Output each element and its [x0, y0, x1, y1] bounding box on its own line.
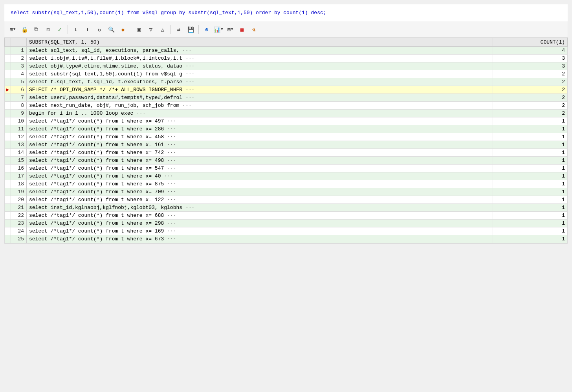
count-value: 1: [493, 188, 568, 196]
table-view-button[interactable]: ⊞▼: [225, 24, 235, 35]
sql-text-value: select /*tag1*/ count(*) from t where x=…: [29, 189, 167, 195]
sql-text-cell: select /*tag1*/ count(*) from t where x=…: [27, 180, 493, 188]
row-indicator: [5, 133, 11, 141]
table-row[interactable]: 22select /*tag1*/ count(*) from t where …: [5, 211, 568, 219]
table-row[interactable]: 15select /*tag1*/ count(*) from t where …: [5, 156, 568, 164]
copy-button[interactable]: ⧉: [31, 24, 41, 35]
row-indicator: [5, 172, 11, 180]
table-dropdown-arrow-icon: ▼: [231, 27, 233, 31]
table-row[interactable]: 7select user#,password,datats#,tempts#,t…: [5, 93, 568, 101]
separator-3: [170, 25, 171, 34]
table-row[interactable]: 3select obj#,type#,ctime,mtime,stime, st…: [5, 62, 568, 70]
table-row[interactable]: ▶6SELECT /* OPT_DYN_SAMP */ /*+ ALL_ROWS…: [5, 86, 568, 93]
ellipsis-indicator: ···: [182, 55, 194, 61]
filter2-button[interactable]: ⚗: [249, 24, 259, 35]
row-indicator: [5, 78, 11, 86]
lock-icon: 🔒: [21, 26, 28, 33]
row-number: 7: [11, 93, 27, 101]
sql-text-value: select /*tag1*/ count(*) from t where x=…: [29, 236, 167, 242]
ellipsis-indicator: ···: [167, 228, 176, 234]
db-add-button[interactable]: ⊕: [202, 24, 212, 35]
count-value: 1: [493, 133, 568, 141]
sql-text-value: select i.obj#,i.ts#,i.file#,i.block#,i.i…: [29, 55, 182, 61]
ellipsis-indicator: ···: [167, 118, 176, 124]
save-button[interactable]: 💾: [185, 24, 196, 35]
ellipsis-indicator: ···: [182, 87, 194, 93]
table-row[interactable]: 9begin for i in 1 .. 1000 loop exec ···2: [5, 109, 568, 117]
table-row[interactable]: 19select /*tag1*/ count(*) from t where …: [5, 188, 568, 196]
table-row[interactable]: 2select i.obj#,i.ts#,i.file#,i.block#,i.…: [5, 54, 568, 62]
copy-icon: ⧉: [34, 26, 38, 33]
chart-button[interactable]: 📊▼: [213, 24, 224, 35]
table-row[interactable]: 4select substr(sql_text,1,50),count(1) f…: [5, 70, 568, 78]
export-button[interactable]: ▣: [134, 24, 144, 35]
table-row[interactable]: 12select /*tag1*/ count(*) from t where …: [5, 133, 568, 141]
grid-icon: ⊞: [10, 26, 13, 33]
ellipsis-indicator: ···: [167, 165, 176, 171]
row-number: 4: [11, 70, 27, 78]
clear-button[interactable]: ◆: [118, 24, 128, 35]
row-indicator: [5, 117, 11, 125]
search-button[interactable]: 🔍: [106, 24, 116, 35]
sql-text-cell: select inst_id,kglnaobj,kglfnobj,kglobt0…: [27, 203, 493, 211]
row-number: 3: [11, 62, 27, 70]
check-button[interactable]: ✓: [55, 24, 65, 35]
table-row[interactable]: 14select /*tag1*/ count(*) from t where …: [5, 148, 568, 156]
ellipsis-indicator: ···: [167, 189, 176, 195]
table-row[interactable]: 8select next_run_date, obj#, run_job, sc…: [5, 101, 568, 109]
count-value: 1: [493, 235, 568, 243]
refresh-icon: ↻: [98, 26, 101, 33]
refresh-button[interactable]: ↻: [94, 24, 104, 35]
count-header[interactable]: COUNT(1): [493, 38, 568, 46]
row-number: 18: [11, 180, 27, 188]
clear-icon: ◆: [121, 26, 125, 33]
row-number: 11: [11, 125, 27, 133]
table-row[interactable]: 21select inst_id,kglnaobj,kglfnobj,kglob…: [5, 203, 568, 211]
table-row[interactable]: 1select sql_text, sql_id, executions, pa…: [5, 46, 568, 54]
table-row[interactable]: 16select /*tag1*/ count(*) from t where …: [5, 164, 568, 172]
table-row[interactable]: 25select /*tag1*/ count(*) from t where …: [5, 235, 568, 243]
row-indicator: [5, 188, 11, 196]
sql-text-value: select obj#,type#,ctime,mtime,stime, sta…: [29, 63, 182, 69]
grid-button[interactable]: ⊞▼: [7, 24, 18, 35]
ellipsis-indicator: ···: [182, 95, 194, 101]
toolbar: ⊞▼ 🔒 ⧉ ⧈ ✓ ⬇ ⬆ ↻ 🔍 ◆ ▣: [4, 22, 568, 38]
table-row[interactable]: 17select /*tag1*/ count(*) from t where …: [5, 172, 568, 180]
filter-button[interactable]: ▽: [146, 24, 156, 35]
sql-text-value: select /*tag1*/ count(*) from t where x=…: [29, 126, 167, 132]
table-row[interactable]: 23select /*tag1*/ count(*) from t where …: [5, 219, 568, 227]
table-view-icon: ⊞: [227, 26, 231, 33]
count-value: 3: [493, 54, 568, 62]
table-row[interactable]: 13select /*tag1*/ count(*) from t where …: [5, 141, 568, 148]
table-row[interactable]: 24select /*tag1*/ count(*) from t where …: [5, 227, 568, 235]
count-value: 3: [493, 62, 568, 70]
sql-text-cell: select next_run_date, obj#, run_job, sch…: [27, 101, 493, 109]
sql-text-cell: select /*tag1*/ count(*) from t where x=…: [27, 148, 493, 156]
row-number: 8: [11, 101, 27, 109]
filter-up-button[interactable]: ⬆: [82, 24, 93, 35]
lock-button[interactable]: 🔒: [19, 24, 29, 35]
sort-asc-button[interactable]: △: [158, 24, 168, 35]
sql-text-cell: select /*tag1*/ count(*) from t where x=…: [27, 227, 493, 235]
table-row[interactable]: 20select /*tag1*/ count(*) from t where …: [5, 196, 568, 203]
table-row[interactable]: 10select /*tag1*/ count(*) from t where …: [5, 117, 568, 125]
table-row[interactable]: 11select /*tag1*/ count(*) from t where …: [5, 125, 568, 133]
sql-text-header[interactable]: SUBSTR(SQL_TEXT, 1, 50): [27, 38, 493, 46]
filter-down-button[interactable]: ⬇: [71, 24, 81, 35]
table-row[interactable]: 18select /*tag1*/ count(*) from t where …: [5, 180, 568, 188]
sql-text-cell: select /*tag1*/ count(*) from t where x=…: [27, 141, 493, 148]
paste-icon: ⧈: [46, 26, 50, 33]
table-row[interactable]: 5select t.sql_text, t.sql_id, t.executio…: [5, 78, 568, 86]
count-value: 2: [493, 78, 568, 86]
row-indicator: [5, 93, 11, 101]
count-value: 2: [493, 109, 568, 117]
count-value: 1: [493, 196, 568, 203]
paste-button[interactable]: ⧈: [43, 24, 53, 35]
sql-text-value: select /*tag1*/ count(*) from t where x=…: [29, 220, 167, 226]
ellipsis-indicator: ···: [182, 71, 194, 77]
dropdown-arrow-icon: ▼: [13, 27, 15, 31]
connection-button[interactable]: ⇄: [174, 24, 184, 35]
sql-text-cell: select sql_text, sql_id, executions, par…: [27, 46, 493, 54]
report-button[interactable]: ▦: [237, 24, 247, 35]
sql-text-value: select /*tag1*/ count(*) from t where x=…: [29, 197, 167, 203]
